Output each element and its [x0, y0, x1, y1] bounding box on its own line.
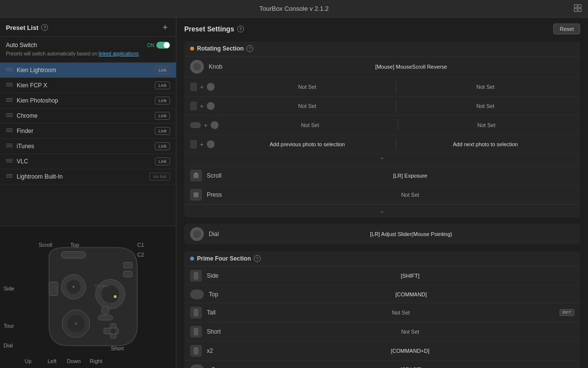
preset-settings-header: Preset Settings ? Reset — [184, 24, 580, 34]
toggle-knob — [164, 42, 170, 48]
prime-short-value: Not Set — [246, 329, 574, 335]
combo-row-2[interactable]: + Not Set Not Set — [184, 97, 580, 116]
combo-icon-4: + — [190, 140, 215, 149]
scroll-row[interactable]: Scroll [LR] Exposure — [184, 166, 580, 185]
preset-item-6[interactable]: VLC Link — [0, 154, 176, 169]
dial-row[interactable]: Dial [LR] Adjust Slider(Mouse Pointing) — [184, 224, 580, 244]
drag-handle-6 — [6, 159, 13, 164]
knob-label: Knob — [209, 63, 248, 70]
combo-row-2-val2: Not Set — [396, 103, 574, 109]
combo-icon-1: + — [190, 82, 215, 91]
reset-button[interactable]: Reset — [553, 24, 580, 34]
svg-point-21 — [111, 328, 116, 333]
drag-handle-1 — [6, 83, 13, 88]
svg-rect-13 — [61, 251, 86, 258]
preset-list-help-icon[interactable]: ? — [41, 24, 48, 31]
prime-side-label: Side — [207, 272, 246, 279]
svg-rect-27 — [194, 309, 198, 316]
prime-top-row[interactable]: Top [COMMAND] — [184, 286, 580, 303]
drag-handle-0 — [6, 68, 13, 73]
prime-tall-row[interactable]: Tall Not Set RPT — [184, 303, 580, 322]
chevron-down-icon: ⌄ — [379, 207, 385, 214]
svg-rect-29 — [194, 347, 198, 354]
prime-tall-label: Tall — [207, 309, 246, 316]
svg-rect-0 — [574, 4, 577, 7]
preset-item-4[interactable]: Finder Link — [0, 124, 176, 139]
side-label: Side — [3, 286, 14, 291]
knob-row[interactable]: Knob [Mouse] MouseScroll Reverse — [184, 56, 580, 78]
svg-rect-16 — [123, 271, 132, 277]
preset-item-1[interactable]: Kien FCP X Link — [0, 78, 176, 93]
preset-list-label: Preset List — [6, 24, 38, 31]
prime-x2-2-icon — [190, 365, 204, 368]
rect-icon-4 — [190, 140, 197, 149]
combo-row-3-val2: Not Set — [398, 122, 574, 128]
svg-rect-17 — [98, 315, 113, 320]
drag-handle-2 — [6, 98, 13, 103]
svg-rect-3 — [578, 8, 581, 11]
combo-row-4-val1: Add previous photo to selection — [219, 141, 396, 147]
prime-x2-2-row[interactable]: x2 [SPACE] — [184, 361, 580, 368]
plus-icon-2: + — [200, 103, 204, 110]
press-icon — [190, 189, 202, 201]
prime-side-row[interactable]: Side [SHIFT] — [184, 266, 580, 286]
rotating-section: Rotating Section ? Knob [Mouse] MouseScr… — [184, 41, 580, 217]
dial-section: Dial [LR] Adjust Slider(Mouse Pointing) — [184, 224, 580, 244]
preset-item-0[interactable]: Kien Lightroom Link — [0, 63, 176, 78]
left-label: Left — [48, 358, 56, 364]
preset-item-7[interactable]: Lightroom Built-In No link — [0, 169, 176, 184]
expand-rotating[interactable]: ⌃ — [184, 154, 580, 166]
combo-row-3[interactable]: + Not Set Not Set — [184, 116, 580, 135]
scroll-icon — [190, 170, 202, 182]
preset-name-2: Kien Photoshop — [17, 97, 155, 104]
auto-switch-link[interactable]: linked applications — [98, 51, 139, 56]
prime-side-value: [SHIFT] — [246, 273, 574, 279]
prime-short-label: Short — [207, 328, 246, 335]
link-badge-0: Link — [155, 66, 170, 74]
auto-switch-toggle[interactable]: ON — [147, 42, 170, 49]
preset-item-5[interactable]: iTunes Link — [0, 139, 176, 154]
prime-side-icon — [190, 270, 202, 282]
preset-settings-label: Preset Settings — [184, 25, 234, 33]
rotating-section-help-icon[interactable]: ? — [246, 45, 253, 52]
dial-value: [LR] Adjust Slider(Mouse Pointing) — [248, 231, 574, 237]
preset-name-5: iTunes — [17, 143, 155, 150]
down-label: Down — [67, 358, 80, 364]
add-preset-button[interactable]: + — [160, 23, 170, 32]
window-icon[interactable] — [573, 3, 582, 12]
preset-name-6: VLC — [17, 158, 155, 165]
device-section: Scroll Top C1 C2 Side Tour Dial Knob Tal… — [0, 226, 176, 368]
plus-icon-4: + — [200, 141, 204, 148]
combo-row-1-val2: Not Set — [396, 84, 574, 90]
auto-switch-label: Auto Switch — [6, 42, 37, 49]
svg-point-11 — [101, 285, 119, 303]
combo-row-4[interactable]: + Add previous photo to selection Add ne… — [184, 135, 580, 154]
prime-four-help-icon[interactable]: ? — [254, 255, 261, 262]
dial-icon-large — [190, 227, 204, 241]
link-badge-1: Link — [155, 81, 170, 89]
preset-list-title-group: Preset List ? — [6, 24, 48, 31]
drag-handle-3 — [6, 113, 13, 118]
prime-short-row[interactable]: Short Not Set — [184, 322, 580, 342]
preset-settings-help-icon[interactable]: ? — [237, 26, 244, 32]
prime-short-icon — [190, 326, 202, 338]
press-row[interactable]: Press Not Set — [184, 185, 580, 205]
toggle-switch[interactable] — [156, 42, 170, 49]
plus-icon-3: + — [204, 122, 208, 129]
circle-icon-4 — [207, 140, 215, 148]
scroll-row-value: [LR] Exposure — [246, 173, 574, 179]
preset-item-3[interactable]: Chrome Link — [0, 108, 176, 124]
expand-rotating-2[interactable]: ⌄ — [184, 205, 580, 217]
preset-item-2[interactable]: Kien Photoshop Link — [0, 93, 176, 108]
window-controls[interactable] — [573, 3, 582, 14]
preset-name-1: Kien FCP X — [17, 82, 155, 89]
svg-rect-1 — [578, 4, 581, 7]
svg-rect-14 — [49, 282, 58, 295]
combo-row-1-val1: Not Set — [219, 84, 396, 90]
svg-rect-28 — [194, 328, 198, 335]
combo-row-1[interactable]: + Not Set Not Set — [184, 78, 580, 97]
svg-rect-18 — [102, 306, 109, 314]
auto-switch-section: Auto Switch ON Presets will switch autom… — [0, 37, 176, 63]
link-badge-7: No link — [149, 173, 170, 181]
prime-x2-1-row[interactable]: x2 [COMMAND+D] — [184, 342, 580, 361]
